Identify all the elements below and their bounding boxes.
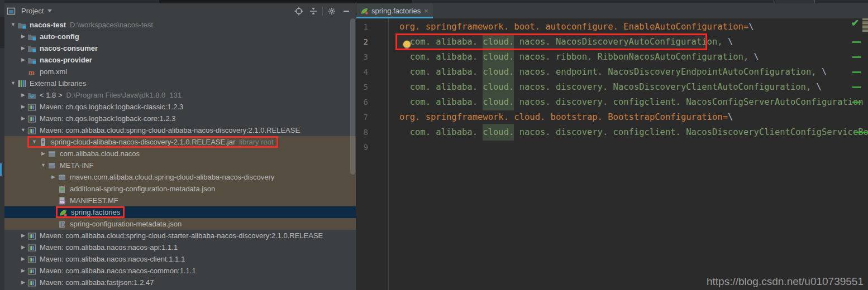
tree-item-com-alibaba-cloud-nacos[interactable]: ▶com.alibaba.cloud.nacos xyxy=(4,148,356,160)
tree-collapsed-arrow-icon[interactable]: ▶ xyxy=(19,31,27,42)
maven-lib-icon xyxy=(27,267,36,276)
editor-gutter: 123456789 xyxy=(356,20,388,155)
svg-text:{}: {} xyxy=(60,222,66,227)
tab-spring-factories[interactable]: spring.factories × xyxy=(356,3,433,18)
tree-expanded-arrow-icon[interactable]: ▼ xyxy=(9,19,17,31)
tree-item-nacos-provider[interactable]: ▶nacos-provider xyxy=(4,54,356,66)
tree-collapsed-arrow-icon[interactable]: ▶ xyxy=(19,54,27,66)
occurrence-mark[interactable] xyxy=(852,41,861,43)
stripe-mark xyxy=(862,26,868,28)
tree-item-maven-ch-qos-logback-logback-core-1-2-3[interactable]: ▶Maven: ch.qos.logback:logback-core:1.2.… xyxy=(4,113,356,124)
tree-item-nacos-consumer[interactable]: ▶nacos-consumer xyxy=(4,42,356,54)
tree-expanded-arrow-icon[interactable]: ▼ xyxy=(30,136,39,148)
tree-item-maven-com-alibaba-nacos-nacos-api-1-1-1[interactable]: ▶Maven: com.alibaba.nacos:nacos-api:1.1.… xyxy=(4,241,356,253)
occurrence-mark[interactable] xyxy=(852,102,861,103)
code-line-5[interactable]: com. alibaba. cloud. nacos. discovery. N… xyxy=(389,80,868,95)
stripe-mark xyxy=(862,30,868,32)
tree-item-label: pom.xml xyxy=(40,67,67,76)
tree-collapsed-arrow-icon[interactable]: ▶ xyxy=(19,230,27,241)
error-stripe[interactable] xyxy=(862,18,868,32)
tree-item-label: External Libraries xyxy=(30,79,86,88)
tree-item-spring-factories[interactable]: spring.factories xyxy=(4,206,356,218)
code-line-1[interactable]: org. springframework. boot. autoconfigur… xyxy=(389,20,868,35)
tree-collapsed-arrow-icon[interactable]: ▶ xyxy=(39,148,47,160)
tree-item-meta-inf[interactable]: ▼META-INF xyxy=(4,160,356,171)
code-line-4[interactable]: com. alibaba. cloud. nacos. endpoint. Na… xyxy=(389,65,868,80)
tree-collapsed-arrow-icon[interactable]: ▶ xyxy=(19,42,27,54)
occurrence-mark[interactable] xyxy=(852,56,861,58)
tree-item-label: MANIFEST.MF xyxy=(70,196,118,205)
tree-collapsed-arrow-icon[interactable]: ▶ xyxy=(19,265,27,277)
tree-item-label: nacos-consumer xyxy=(40,44,98,52)
tree-item-manifest-mf[interactable]: MFMANIFEST.MF xyxy=(4,195,356,206)
jar-icon xyxy=(39,138,47,147)
tree-collapsed-arrow-icon[interactable]: ▶ xyxy=(19,253,27,265)
code-line-6[interactable]: com. alibaba. cloud. nacos. discovery. c… xyxy=(389,95,868,110)
watermark-url: https://blog.csdn.net/u010739551 xyxy=(707,276,864,288)
property-value: nacos. discovery. configclient. NacosCon… xyxy=(514,97,863,107)
tree-item-label: META-INF xyxy=(60,161,93,170)
editor-area[interactable]: 123456789 org. springframework. boot. au… xyxy=(356,18,868,290)
tree-item-auto-config[interactable]: ▶auto-config xyxy=(4,31,356,42)
hide-panel-icon[interactable] xyxy=(341,6,351,16)
svg-text:m: m xyxy=(28,68,35,76)
tree-collapsed-arrow-icon[interactable]: ▶ xyxy=(19,101,27,113)
tree-collapsed-arrow-icon[interactable]: ▶ xyxy=(19,89,27,101)
tree-item-label: Maven: com.alibaba.cloud:spring-cloud-al… xyxy=(40,126,300,134)
panel-scrollbar-thumb[interactable] xyxy=(350,18,355,175)
line-number: 4 xyxy=(356,65,388,80)
tree-item-spring-cloud-alibaba-nacos-discovery-2-1-0-release-jar[interactable]: ▼spring-cloud-alibaba-nacos-discovery-2.… xyxy=(4,136,356,148)
maven-lib-icon xyxy=(27,255,36,264)
tree-collapsed-arrow-icon[interactable]: ▶ xyxy=(49,171,58,183)
tool-window-stripe[interactable] xyxy=(0,0,4,290)
tree-collapsed-arrow-icon[interactable]: ▶ xyxy=(19,277,27,288)
spring-file-icon xyxy=(360,7,369,15)
chevron-down-icon[interactable] xyxy=(47,9,52,12)
maven-lib-icon xyxy=(27,243,36,252)
tab-close-icon[interactable]: × xyxy=(424,7,428,14)
tree-item-maven-com-alibaba-fastjson-1-2-47[interactable]: ▶Maven: com.alibaba:fastjson:1.2.47 xyxy=(4,277,356,288)
code-line-9[interactable] xyxy=(389,140,868,155)
inspection-ok-icon[interactable]: ✔ xyxy=(851,18,859,29)
tree-item-maven-com-alibaba-cloud-spring-cloud-alibaba-nacos-discovery-2-1-0-release[interactable]: ▼Maven: com.alibaba.cloud:spring-cloud-a… xyxy=(4,124,356,136)
property-value: com. alibaba. xyxy=(399,67,483,77)
tree-item-maven-ch-qos-logback-logback-classic-1-2-3[interactable]: ▶Maven: ch.qos.logback:logback-classic:1… xyxy=(4,101,356,113)
panel-title[interactable]: Project xyxy=(21,7,44,15)
property-value: nacos. ribbon. RibbonNacosAutoConfigurat… xyxy=(514,52,753,62)
tree-expanded-arrow-icon[interactable]: ▼ xyxy=(19,124,27,136)
code-line-3[interactable]: com. alibaba. cloud. nacos. ribbon. Ribb… xyxy=(389,50,868,65)
tree-item-maven-com-alibaba-cloud-spring-cloud-alibaba-nacos-discovery[interactable]: ▶maven.com.alibaba.cloud.spring-cloud-al… xyxy=(4,171,356,183)
tree-item-external-libraries[interactable]: ▼External Libraries xyxy=(4,78,356,89)
folder-module-icon xyxy=(27,56,36,65)
tree-expanded-arrow-icon[interactable]: ▼ xyxy=(39,160,47,171)
tree-item--1-8-[interactable]: ▶< 1.8 >D:\Program Files\Java\jdk1.8.0_1… xyxy=(4,89,356,101)
tree-item-additional-spring-configuration-metadata-json[interactable]: additional-spring-configuration-metadata… xyxy=(4,183,356,195)
settings-gear-icon[interactable] xyxy=(327,6,337,16)
tree-item-label: Maven: ch.qos.logback:logback-core:1.2.3 xyxy=(40,114,176,123)
json-gray-icon: {} xyxy=(58,220,66,229)
code-line-7[interactable]: org. springframework. cloud. bootstrap. … xyxy=(389,110,868,125)
tree-item-nacos-test[interactable]: ▼nacos-testD:\workspaces\nacos-test xyxy=(4,19,356,31)
occurrence-mark[interactable] xyxy=(852,71,861,73)
json-spring-icon xyxy=(58,185,66,194)
code-line-8[interactable]: com. alibaba. cloud. nacos. discovery. c… xyxy=(389,125,868,140)
tree-item-maven-com-alibaba-nacos-nacos-common-1-1-1[interactable]: ▶Maven: com.alibaba.nacos:nacos-common:1… xyxy=(4,265,356,277)
collapse-all-icon[interactable] xyxy=(308,6,318,16)
folder-module-icon xyxy=(27,32,36,41)
tree-item-maven-com-alibaba-nacos-nacos-client-1-1-1[interactable]: ▶Maven: com.alibaba.nacos:nacos-client:1… xyxy=(4,253,356,265)
tree-collapsed-arrow-icon[interactable]: ▶ xyxy=(19,113,27,124)
tree-collapsed-arrow-icon[interactable]: ▶ xyxy=(19,241,27,253)
occurrence-mark[interactable] xyxy=(852,86,861,88)
tree-item-maven-com-alibaba-cloud-spring-cloud-starter-alibaba-nacos-discovery-2-1-0-release[interactable]: ▶Maven: com.alibaba.cloud:spring-cloud-s… xyxy=(4,230,356,241)
maven-lib-icon xyxy=(27,114,36,123)
tree-item-spring-configuration-metadata-json[interactable]: {}spring-configuration-metadata.json xyxy=(4,218,356,230)
tree-item-pom-xml[interactable]: mpom.xml xyxy=(4,66,356,78)
occurrence-mark[interactable] xyxy=(853,132,868,133)
locate-file-icon[interactable] xyxy=(294,6,304,16)
tree-item-label: maven.com.alibaba.cloud.spring-cloud-ali… xyxy=(70,173,274,181)
maven-lib-icon xyxy=(27,103,36,112)
line-continuation: \ xyxy=(822,67,827,77)
occurrence-highlight: cloud. xyxy=(483,97,514,107)
tree-expanded-arrow-icon[interactable]: ▼ xyxy=(9,78,17,89)
maven-lib-icon xyxy=(27,231,36,240)
